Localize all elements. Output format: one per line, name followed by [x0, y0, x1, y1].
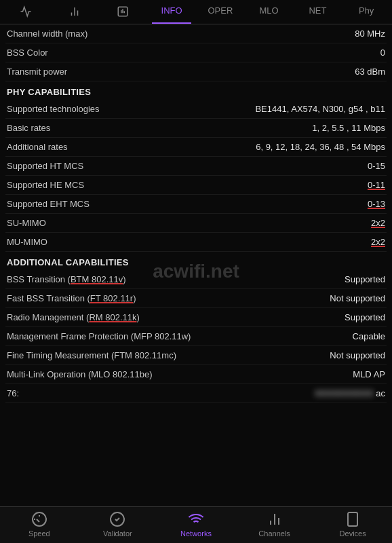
- radio-management-label: Radio Management (RM 802.11k): [7, 312, 345, 322]
- bss-color-label: BSS Color: [7, 48, 380, 58]
- validator-icon: [109, 511, 125, 527]
- tab-net[interactable]: NET: [294, 0, 342, 24]
- he-mcs-label: Supported HE MCS: [7, 180, 368, 190]
- bss-transition-proto: BTM 802.11v: [71, 274, 123, 284]
- row-supported-eht-mcs: Supported EHT MCS 0-13: [5, 195, 387, 214]
- su-mimo-value: 2x2: [371, 218, 385, 228]
- row-transmit-power: Transmit power 63 dBm: [5, 62, 387, 81]
- speed-icon: [31, 511, 47, 527]
- row-basic-rates: Basic rates 1, 2, 5.5 , 11 Mbps: [5, 119, 387, 138]
- main-content: Channel width (max) 80 MHz BSS Color 0 T…: [0, 24, 392, 506]
- mfp-value: Capable: [353, 331, 385, 341]
- mlo-label: Multi-Link Operation (MLO 802.11be): [7, 369, 353, 379]
- mfp-label: Management Frame Protection (MFP 802.11w…: [7, 331, 353, 341]
- phy-capabilities-header: PHY CAPABILITIES: [5, 81, 387, 100]
- mu-mimo-label: MU-MIMO: [7, 237, 371, 247]
- channel-width-label: Channel width (max): [7, 29, 355, 39]
- row-supported-he-mcs: Supported HE MCS 0-11: [5, 176, 387, 195]
- row-fast-bss-transition: Fast BSS Transition (FT 802.11r) Not sup…: [5, 289, 387, 308]
- row-supported-ht-mcs: Supported HT MCS 0-15: [5, 157, 387, 176]
- fast-bss-label: Fast BSS Transition (FT 802.11r): [7, 293, 330, 303]
- row-channel-width: Channel width (max) 80 MHz: [5, 24, 387, 43]
- row-additional-rates: Additional rates 6, 9, 12, 18, 24, 36, 4…: [5, 138, 387, 157]
- bss-transition-label: BSS Transition (BTM 802.11v): [7, 274, 345, 284]
- supported-tech-value: BE1441, AX574, N300, g54 , b11: [255, 104, 385, 114]
- tab-phy[interactable]: Phy: [342, 0, 391, 24]
- row-mu-mimo: MU-MIMO 2x2: [5, 233, 387, 252]
- mu-mimo-value: 2x2: [371, 237, 385, 247]
- last-row-suffix: ac: [376, 388, 385, 398]
- tab-signal[interactable]: [1, 0, 50, 24]
- row-mfp: Management Frame Protection (MFP 802.11w…: [5, 327, 387, 346]
- basic-rates-value: 1, 2, 5.5 , 11 Mbps: [312, 123, 385, 133]
- tab-oper[interactable]: OPER: [196, 0, 245, 24]
- mlo-value: MLD AP: [353, 369, 385, 379]
- row-bss-transition: BSS Transition (BTM 802.11v) Supported: [5, 270, 387, 289]
- eht-mcs-value: 0-13: [368, 199, 385, 209]
- basic-rates-label: Basic rates: [7, 123, 312, 133]
- eht-mcs-label: Supported EHT MCS: [7, 199, 368, 209]
- tab-info[interactable]: INFO: [147, 0, 196, 24]
- fast-bss-value: Not supported: [330, 293, 385, 303]
- transmit-power-value: 63 dBm: [355, 67, 385, 77]
- tab-mlo[interactable]: MLO: [245, 0, 294, 24]
- last-row-value: XXXXXXXXXX ac: [315, 388, 385, 398]
- tab-chart[interactable]: [50, 0, 99, 24]
- nav-networks[interactable]: Networks: [157, 511, 235, 538]
- row-bss-color: BSS Color 0: [5, 43, 387, 62]
- nav-validator[interactable]: Validator: [79, 511, 157, 538]
- networks-icon: [188, 511, 204, 527]
- su-mimo-label: SU-MIMO: [7, 218, 371, 228]
- transmit-power-label: Transmit power: [7, 67, 355, 77]
- speed-label: Speed: [28, 529, 50, 538]
- channel-width-value: 80 MHz: [355, 29, 385, 39]
- nav-channels[interactable]: Channels: [235, 511, 314, 538]
- ftm-label: Fine Timing Measurement (FTM 802.11mc): [7, 350, 330, 360]
- networks-label: Networks: [180, 529, 212, 538]
- row-su-mimo: SU-MIMO 2x2: [5, 214, 387, 233]
- row-mlo: Multi-Link Operation (MLO 802.11be) MLD …: [5, 365, 387, 384]
- devices-icon: [345, 511, 361, 527]
- additional-rates-value: 6, 9, 12, 18, 24, 36, 48 , 54 Mbps: [256, 142, 385, 152]
- radio-management-value: Supported: [345, 312, 385, 322]
- ftm-value: Not supported: [330, 350, 385, 360]
- bss-transition-value: Supported: [345, 274, 385, 284]
- devices-label: Devices: [340, 529, 366, 538]
- additional-capabilities-header: ADDITIONAL CAPABILITIES: [5, 252, 387, 270]
- row-radio-management: Radio Management (RM 802.11k) Supported: [5, 308, 387, 327]
- ht-mcs-label: Supported HT MCS: [7, 161, 368, 171]
- tab-bar[interactable]: [99, 0, 148, 24]
- top-navigation: INFO OPER MLO NET Phy: [0, 0, 392, 24]
- validator-label: Validator: [103, 529, 132, 538]
- row-last: 76: XXXXXXXXXX ac: [5, 384, 387, 403]
- radio-management-proto: RM 802.11k: [89, 312, 136, 322]
- fast-bss-proto: FT 802.11r: [90, 293, 133, 303]
- row-supported-technologies: Supported technologies BE1441, AX574, N3…: [5, 100, 387, 119]
- channels-label: Channels: [258, 529, 290, 538]
- blurred-data: XXXXXXXXXX: [315, 388, 374, 398]
- row-ftm: Fine Timing Measurement (FTM 802.11mc) N…: [5, 346, 387, 365]
- last-row-label: 76:: [7, 388, 315, 398]
- bottom-navigation: Speed Validator Networks Channels Devic: [0, 506, 392, 543]
- additional-rates-label: Additional rates: [7, 142, 256, 152]
- bss-color-value: 0: [380, 48, 385, 58]
- ht-mcs-value: 0-15: [368, 161, 385, 171]
- nav-devices[interactable]: Devices: [313, 511, 392, 538]
- nav-speed[interactable]: Speed: [0, 511, 79, 538]
- channels-icon: [267, 511, 283, 527]
- supported-tech-label: Supported technologies: [7, 104, 255, 114]
- he-mcs-value: 0-11: [368, 180, 385, 190]
